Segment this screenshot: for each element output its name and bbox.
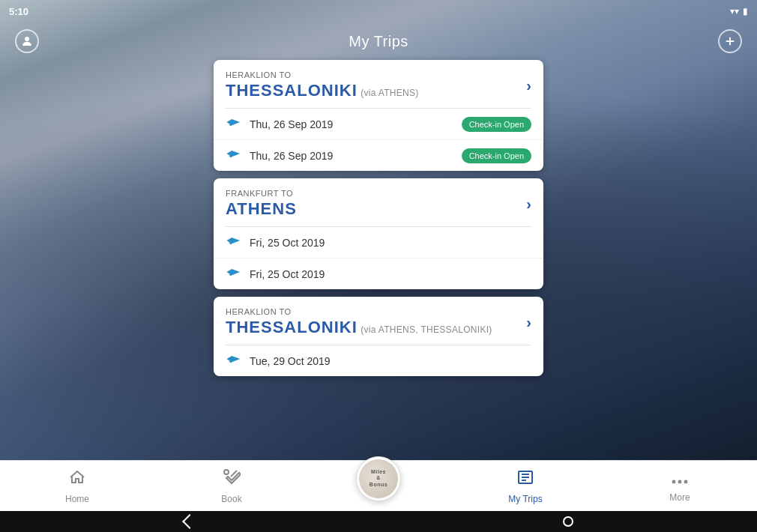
trip-1-flight-1: Thu, 26 Sep 2019 Check-in Open bbox=[214, 109, 543, 140]
header-left[interactable] bbox=[15, 29, 39, 53]
status-time: 5:10 bbox=[9, 6, 28, 17]
trip-2-flight-2-info: Fri, 25 Oct 2019 bbox=[226, 266, 325, 282]
plane-icon-3 bbox=[226, 235, 242, 250]
nav-book-label: Book bbox=[221, 494, 241, 504]
trip-1-flight-2: Thu, 26 Sep 2019 Check-in Open bbox=[214, 140, 543, 171]
trip-2-destination-wrap: ATHENS bbox=[226, 199, 526, 219]
svg-point-0 bbox=[25, 37, 29, 41]
svg-point-3 bbox=[224, 470, 229, 474]
trip-2-flight-2-date: Fri, 25 Oct 2019 bbox=[250, 268, 325, 280]
trip-1-chevron[interactable]: › bbox=[526, 77, 531, 94]
svg-point-9 bbox=[678, 480, 682, 483]
home-button[interactable] bbox=[561, 514, 576, 529]
svg-point-8 bbox=[672, 480, 676, 483]
trip-2-flight-1-info: Fri, 25 Oct 2019 bbox=[226, 235, 325, 250]
svg-point-10 bbox=[684, 480, 688, 483]
back-icon bbox=[182, 514, 197, 529]
more-icon bbox=[671, 470, 689, 489]
plane-icon-5 bbox=[226, 353, 242, 369]
trip-card-1-header[interactable]: HERAKLION to THESSALONIKI (via ATHENS) › bbox=[214, 60, 543, 108]
trip-1-flight-1-info: Thu, 26 Sep 2019 bbox=[226, 116, 333, 132]
plane-icon-2 bbox=[226, 148, 242, 163]
trip-3-flight-1-date: Tue, 29 Oct 2019 bbox=[250, 355, 331, 367]
nav-home-label: Home bbox=[65, 494, 89, 504]
nav-mytrips-label: My Trips bbox=[508, 494, 542, 504]
trip-3-flight-1-info: Tue, 29 Oct 2019 bbox=[226, 353, 331, 369]
trip-3-destination-wrap: THESSALONIKI (via ATHENS, THESSALONIKI) bbox=[226, 318, 526, 337]
plane-icon-4 bbox=[226, 266, 242, 282]
miles-bonus-button[interactable]: Miles & Bonus bbox=[356, 456, 401, 501]
status-icons: ▾▾ ▮ bbox=[730, 6, 748, 16]
trip-1-flight-1-date: Thu, 26 Sep 2019 bbox=[250, 118, 333, 130]
trip-card-1[interactable]: HERAKLION to THESSALONIKI (via ATHENS) › bbox=[214, 60, 543, 171]
miles-bonus-logo: Miles & Bonus bbox=[359, 459, 398, 498]
system-bar bbox=[0, 511, 757, 532]
plane-icon-1 bbox=[226, 116, 242, 132]
nav-item-book[interactable]: Book bbox=[202, 468, 262, 504]
trip-3-chevron[interactable]: › bbox=[526, 314, 531, 331]
trip-3-from: HERAKLION to bbox=[226, 307, 526, 316]
battery-icon: ▮ bbox=[743, 6, 748, 16]
trip-card-2[interactable]: FRANKFURT to ATHENS › Fri, 25 Oct bbox=[214, 178, 543, 289]
trip-2-flight-1-date: Fri, 25 Oct 2019 bbox=[250, 237, 325, 249]
trip-card-3-header[interactable]: HERAKLION to THESSALONIKI (via ATHENS, T… bbox=[214, 297, 543, 345]
profile-icon[interactable] bbox=[15, 29, 39, 53]
header-right[interactable] bbox=[718, 29, 742, 53]
trip-2-chevron[interactable]: › bbox=[526, 196, 531, 213]
back-button[interactable] bbox=[182, 514, 197, 529]
nav-item-home[interactable]: Home bbox=[47, 468, 107, 504]
trip-1-flight-1-checkin[interactable]: Check-in Open bbox=[462, 117, 531, 132]
trip-2-flight-1: Fri, 25 Oct 2019 bbox=[214, 227, 543, 259]
home-icon bbox=[68, 468, 86, 491]
home-circle-icon bbox=[563, 516, 573, 527]
nav-item-mytrips[interactable]: My Trips bbox=[495, 468, 555, 504]
trip-1-flight-2-date: Thu, 26 Sep 2019 bbox=[250, 150, 333, 162]
trip-2-route: FRANKFURT to ATHENS bbox=[226, 189, 526, 219]
trip-1-flight-2-info: Thu, 26 Sep 2019 bbox=[226, 148, 333, 163]
trip-2-from: FRANKFURT to bbox=[226, 189, 526, 198]
trip-card-3[interactable]: HERAKLION to THESSALONIKI (via ATHENS, T… bbox=[214, 297, 543, 376]
bottom-nav: Home Book Miles & Bonus bbox=[0, 460, 757, 511]
trip-1-route: HERAKLION to THESSALONIKI (via ATHENS) bbox=[226, 70, 526, 100]
book-icon bbox=[223, 468, 241, 491]
nav-item-more[interactable]: More bbox=[650, 470, 710, 503]
trips-icon bbox=[516, 468, 534, 491]
trip-2-flight-2: Fri, 25 Oct 2019 bbox=[214, 259, 543, 289]
trips-container: HERAKLION to THESSALONIKI (via ATHENS) › bbox=[214, 60, 543, 384]
trip-1-destination: THESSALONIKI (via ATHENS) bbox=[226, 81, 526, 100]
trip-1-flight-2-checkin[interactable]: Check-in Open bbox=[462, 148, 531, 163]
trip-3-route: HERAKLION to THESSALONIKI (via ATHENS, T… bbox=[226, 307, 526, 337]
trip-3-flight-1: Tue, 29 Oct 2019 bbox=[214, 345, 543, 376]
page-title: My Trips bbox=[349, 33, 408, 50]
nav-more-label: More bbox=[669, 492, 690, 503]
wifi-icon: ▾▾ bbox=[730, 6, 739, 16]
header: My Trips bbox=[0, 22, 757, 60]
add-icon[interactable] bbox=[718, 29, 742, 53]
trip-1-from: HERAKLION to bbox=[226, 70, 526, 79]
status-bar: 5:10 ▾▾ ▮ bbox=[0, 0, 757, 22]
trip-card-2-header[interactable]: FRANKFURT to ATHENS › bbox=[214, 178, 543, 226]
